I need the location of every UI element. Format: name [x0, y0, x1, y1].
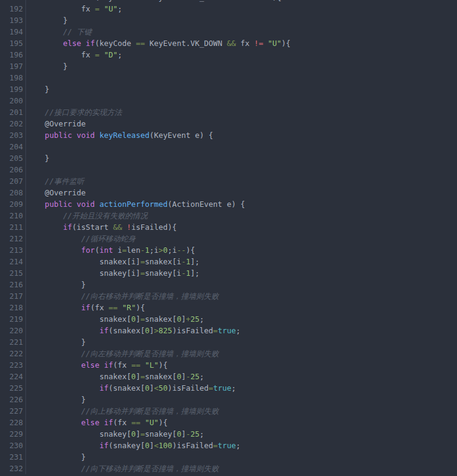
line-number[interactable]: 211 [0, 221, 26, 233]
line-number[interactable]: 227 [0, 405, 26, 417]
code-token-k: if [86, 39, 95, 48]
code-token-o: = [213, 441, 218, 450]
code-token-p: (keyCode [95, 0, 136, 2]
code-text: snakex[0]=snakex[0]-25; [26, 371, 204, 382]
code-text: snakey[0]=snakey[0]-25; [26, 428, 204, 440]
code-token-p: snakey[i] [27, 269, 140, 278]
line-number[interactable]: 196 [0, 49, 26, 60]
code-token-n: 1 [186, 269, 190, 278]
code-line: 228 else if(fx == "U"){ [0, 417, 457, 428]
code-token-s: "U" [104, 4, 118, 13]
line-number[interactable]: 213 [0, 244, 26, 256]
code-token-p: (ActionEvent e) { [167, 200, 245, 209]
line-number[interactable]: 199 [0, 83, 26, 95]
code-text [26, 164, 27, 175]
code-token-p [27, 441, 99, 450]
code-token-p: snakex[ [145, 315, 177, 324]
line-number[interactable]: 226 [0, 394, 26, 405]
code-token-p: (snakey[ [108, 441, 144, 450]
line-number[interactable]: 224 [0, 371, 26, 382]
line-number[interactable]: 192 [0, 3, 26, 15]
code-line: 223 else if(fx == "L"){ [0, 359, 457, 371]
code-line: 212 //循环移动蛇身 [0, 233, 457, 244]
line-number[interactable]: 212 [0, 233, 26, 244]
line-number[interactable]: 214 [0, 256, 26, 267]
code-token-p: snakex[i [145, 257, 181, 266]
line-number[interactable]: 206 [0, 164, 26, 175]
line-number[interactable]: 195 [0, 37, 26, 49]
code-token-p: } [27, 337, 86, 347]
code-line: 225 if(snakex[0]<50)isFailed=true; [0, 382, 457, 394]
code-token-n: 0 [177, 429, 181, 439]
code-token-p [118, 303, 123, 312]
line-number[interactable]: 218 [0, 302, 26, 313]
code-token-p [99, 360, 104, 370]
line-number[interactable]: 208 [0, 187, 26, 198]
code-token-c: //向上移动并判断是否撞墙，撞墙则失败 [27, 406, 219, 416]
line-number[interactable]: 193 [0, 15, 26, 26]
line-number[interactable]: 220 [0, 325, 26, 336]
code-token-p [81, 39, 86, 48]
code-token-p: ;i [149, 246, 158, 255]
line-number[interactable]: 207 [0, 175, 26, 187]
code-line: 206 [0, 164, 457, 175]
code-token-o: && [218, 0, 227, 2]
code-token-p: (keyCode [95, 39, 136, 48]
code-token-p [72, 200, 77, 209]
line-number[interactable]: 217 [0, 290, 26, 302]
line-number[interactable]: 221 [0, 336, 26, 348]
line-number[interactable]: 228 [0, 417, 26, 428]
code-token-k: for [81, 246, 95, 255]
code-line: 209 public void actionPerformed(ActionEv… [0, 198, 457, 210]
line-number[interactable]: 231 [0, 451, 26, 463]
code-token-n: 825 [158, 326, 172, 335]
code-token-p: fx [236, 39, 254, 48]
line-number[interactable]: 209 [0, 198, 26, 210]
code-token-p: ; [236, 326, 241, 335]
line-number[interactable]: 205 [0, 152, 26, 164]
line-number[interactable]: 232 [0, 463, 26, 474]
line-number[interactable]: 230 [0, 440, 26, 451]
code-token-p: ; [232, 383, 236, 393]
line-number[interactable]: 203 [0, 129, 26, 141]
line-number[interactable]: 223 [0, 359, 26, 371]
line-number[interactable]: 204 [0, 141, 26, 152]
code-text: } [26, 83, 50, 95]
line-number[interactable]: 225 [0, 382, 26, 394]
code-token-p [263, 39, 268, 48]
line-number[interactable]: 202 [0, 118, 26, 129]
line-number[interactable]: 194 [0, 26, 26, 37]
code-token-k: if [81, 303, 90, 312]
line-number[interactable]: 229 [0, 428, 26, 440]
code-token-k: public [45, 131, 72, 140]
line-number[interactable]: 222 [0, 348, 26, 359]
line-number[interactable]: 216 [0, 279, 26, 290]
code-token-p: fx [27, 50, 95, 59]
line-number[interactable]: 201 [0, 106, 26, 118]
code-line: 213 for(int i=len-1;i>0;i--){ [0, 244, 457, 256]
code-token-p: len [127, 246, 141, 255]
line-number[interactable]: 198 [0, 72, 26, 83]
code-text: else if(keyCode == KeyEvent.VK_DOWN && f… [26, 37, 291, 49]
code-token-n: 1 [186, 257, 190, 266]
line-number[interactable]: 197 [0, 60, 26, 72]
line-number[interactable]: 215 [0, 267, 26, 279]
code-token-o: && [113, 223, 122, 232]
code-token-p: } [27, 154, 50, 163]
code-token-n: 25 [190, 315, 199, 324]
code-line: 216 } [0, 279, 457, 290]
line-number[interactable]: 210 [0, 210, 26, 221]
code-text: } [26, 336, 86, 348]
code-text: //向左移动并判断是否撞墙，撞墙则失败 [26, 348, 219, 359]
line-number[interactable]: 200 [0, 95, 26, 106]
code-token-o: = [140, 372, 145, 381]
code-text: //向上移动并判断是否撞墙，撞墙则失败 [26, 405, 219, 417]
code-token-p: } [27, 280, 86, 289]
code-text: } [26, 394, 86, 405]
code-token-p: (fx [113, 360, 131, 370]
code-token-s: "R" [122, 303, 136, 312]
code-editor[interactable]: 191 else if(keyCode == KeyEvent.VK_UP &&… [0, 0, 457, 476]
line-number[interactable]: 219 [0, 313, 26, 325]
code-token-p [140, 360, 145, 370]
code-token-p: ; [199, 429, 204, 439]
